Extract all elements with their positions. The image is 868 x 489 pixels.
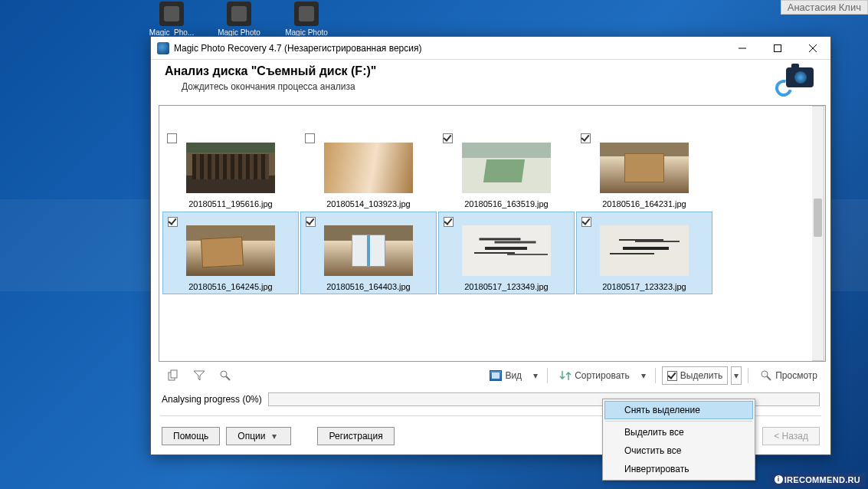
wizard-header: Анализ диска "Съемный диск (F:)" Дождите… [151,60,830,105]
thumbnail-checkbox[interactable] [443,133,453,143]
thumbnail-image[interactable] [324,225,413,276]
window-title: Magic Photo Recovery 4.7 (Незарегистриро… [174,43,421,54]
scrollbar-thumb[interactable] [814,199,822,237]
thumbnail-checkbox[interactable] [581,133,591,143]
thumbnail-checkbox[interactable] [444,217,454,227]
gallery-row: 20180514_103502.jpg 20180514_103022.jpg … [162,109,824,129]
thumbnail-image[interactable] [186,225,275,276]
back-label: < Назад [774,431,808,441]
thumbnail-cell[interactable]: 20180516_163519.jpg [438,129,575,212]
copy-button[interactable] [162,366,185,385]
select-dropdown-arrow[interactable]: ▾ [731,366,742,385]
thumbnail-checkbox[interactable] [581,217,591,227]
gallery-scrollbar[interactable] [812,106,824,361]
preview-button[interactable]: Просмотр [755,366,823,385]
thumbnail-gallery[interactable]: 20180514_103502.jpg 20180514_103022.jpg … [159,105,826,362]
gallery-toolbar: Вид ▾ Сортировать ▾ Выделить ▾ Просмотр [151,362,830,389]
thumbnail-cell[interactable]: 20180514_103022.jpg [300,109,437,129]
svg-rect-0 [775,44,781,51]
register-button[interactable]: Регистрация [317,427,394,445]
options-button[interactable]: Опции▾ [226,427,291,445]
thumbnail-checkbox[interactable] [168,217,178,227]
gallery-row: 20180516_164245.jpg20180516_164403.jpg20… [162,212,824,294]
thumbnail-image[interactable] [324,143,413,193]
thumbnail-cell[interactable]: 20180517_123323.jpg [576,212,712,294]
filename-label: 20180517_123323.jpg [579,282,709,291]
close-button[interactable] [795,37,830,60]
options-label: Опции [237,431,265,441]
thumbnail-image[interactable] [600,143,689,193]
menu-item-clear-all[interactable]: Очистить все [604,441,753,460]
menu-item-invert[interactable]: Инвертировать [604,460,753,478]
svg-point-3 [221,371,227,377]
maximize-button[interactable] [760,37,795,60]
thumbnail-cell[interactable]: 20180511_195616.jpg [162,129,299,212]
thumbnail-checkbox[interactable] [167,133,177,143]
thumbnail-cell[interactable]: 20180514_103019.jpg [576,109,712,129]
filename-label: 20180516_164245.jpg [165,282,296,291]
page-title: Анализ диска "Съемный диск (F:)" [165,64,769,78]
app-window: Magic Photo Recovery 4.7 (Незарегистриро… [150,36,831,455]
app-icon [157,42,169,54]
svg-point-4 [762,371,768,377]
thumbnail-cell[interactable]: 20180514_103021.jpg [438,109,575,129]
menu-item-select-all[interactable]: Выделить все [604,423,753,441]
minimize-button[interactable] [725,37,760,60]
thumbnail-checkbox[interactable] [305,133,315,143]
view-dropdown-arrow[interactable]: ▾ [530,366,541,385]
user-tag: Анастасия Клич [781,0,868,15]
filename-label: 20180511_195616.jpg [165,199,296,208]
register-label: Регистрация [329,431,382,441]
sort-button[interactable]: Сортировать [554,366,635,385]
filename-label: 20180516_164231.jpg [579,199,709,208]
chevron-down-icon: ▾ [269,431,280,441]
thumbnail-image[interactable] [186,143,275,193]
filename-label: 20180514_103923.jpg [303,199,434,208]
titlebar[interactable]: Magic Photo Recovery 4.7 (Незарегистриро… [151,37,830,60]
thumbnail-cell[interactable]: 20180517_123349.jpg [438,212,575,294]
help-label: Помощь [173,431,208,441]
search-button[interactable] [214,366,237,385]
svg-rect-2 [171,370,177,378]
thumbnail-cell[interactable]: 20180516_164231.jpg [576,129,712,212]
thumbnail-cell[interactable]: 20180514_103923.jpg [300,129,437,212]
progress-label: Analysing progress (0%) [162,394,262,405]
select-button[interactable]: Выделить [662,366,728,385]
filename-label: 20180516_164403.jpg [303,282,434,291]
menu-item-deselect[interactable]: Снять выделение [604,401,753,419]
back-button[interactable]: < Назад [762,427,820,445]
thumbnail-image[interactable] [600,225,689,276]
thumbnail-cell[interactable]: 20180516_164403.jpg [300,212,437,294]
select-dropdown-menu[interactable]: Снять выделение Выделить все Очистить вс… [602,399,755,481]
page-subtitle: Дождитесь окончания процесса анализа [182,81,769,92]
filter-button[interactable] [188,366,211,385]
gallery-row: 20180511_195616.jpg20180514_103923.jpg20… [162,129,824,212]
thumbnail-checkbox[interactable] [306,217,316,227]
view-label: Вид [505,370,522,381]
watermark: IRECOMMEND.RU [771,473,866,487]
preview-label: Просмотр [775,370,817,381]
help-button[interactable]: Помощь [162,427,220,445]
view-button[interactable]: Вид [484,366,527,385]
select-label: Выделить [680,370,722,381]
thumbnail-image[interactable] [462,143,551,193]
checkbox-icon [667,371,677,381]
thumbnail-cell[interactable]: 20180516_164245.jpg [162,212,299,294]
sort-label: Сортировать [575,370,630,381]
view-icon [490,370,502,381]
thumbnail-image[interactable] [462,225,551,276]
filename-label: 20180517_123349.jpg [441,282,572,291]
sort-dropdown-arrow[interactable]: ▾ [638,366,649,385]
camera-recovery-icon [775,64,817,98]
filename-label: 20180516_163519.jpg [441,199,572,208]
thumbnail-cell[interactable]: 20180514_103502.jpg [162,109,299,129]
